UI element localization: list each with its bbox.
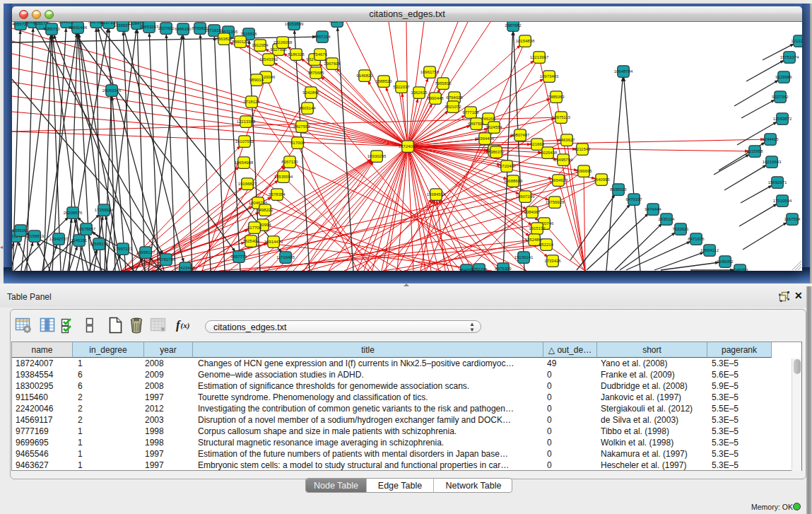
svg-text:10648784: 10648784 (614, 69, 633, 74)
svg-text:9211543: 9211543 (575, 147, 592, 151)
svg-text:15720407: 15720407 (498, 164, 517, 168)
svg-text:15495794: 15495794 (554, 158, 573, 162)
svg-text:1527602: 1527602 (158, 26, 175, 30)
svg-text:621660: 621660 (530, 142, 545, 146)
svg-text:1498222: 1498222 (257, 208, 273, 212)
svg-text:17957223: 17957223 (114, 247, 133, 251)
svg-text:3215958: 3215958 (746, 149, 763, 153)
svg-text:2967608: 2967608 (324, 62, 341, 66)
svg-text:10653267: 10653267 (140, 25, 159, 29)
svg-text:16543392: 16543392 (259, 57, 278, 62)
svg-text:9084067: 9084067 (524, 210, 541, 214)
svg-text:746266: 746266 (481, 117, 496, 121)
svg-text:9777109: 9777109 (462, 110, 479, 115)
svg-text:10688609: 10688609 (504, 179, 523, 183)
svg-text:12213363: 12213363 (237, 119, 256, 124)
svg-text:6794028: 6794028 (446, 95, 463, 100)
svg-text:8938923: 8938923 (610, 187, 627, 192)
svg-text:10958127: 10958127 (136, 250, 155, 255)
svg-text:8111407: 8111407 (329, 22, 346, 23)
svg-text:10154838: 10154838 (516, 39, 535, 43)
svg-text:1252296: 1252296 (471, 267, 488, 271)
svg-text:7386372: 7386372 (488, 150, 505, 154)
svg-text:12093872: 12093872 (773, 117, 792, 121)
svg-text:9657771: 9657771 (230, 255, 247, 259)
svg-text:10025438: 10025438 (539, 151, 558, 155)
svg-text:8186328: 8186328 (288, 52, 305, 57)
svg-text:8427552: 8427552 (293, 124, 310, 129)
svg-text:8675309: 8675309 (495, 267, 512, 271)
svg-text:18300295: 18300295 (367, 154, 387, 158)
svg-text:7632621: 7632621 (672, 227, 689, 231)
svg-text:17010504: 17010504 (773, 199, 792, 203)
svg-text:10975857: 10975857 (77, 227, 96, 231)
svg-text:8660123: 8660123 (232, 40, 249, 44)
svg-text:917006: 917006 (290, 141, 305, 145)
svg-text:19166827: 19166827 (238, 182, 257, 186)
svg-text:20364436: 20364436 (476, 136, 495, 141)
svg-text:7663822: 7663822 (216, 37, 233, 41)
svg-text:11716485: 11716485 (276, 255, 295, 259)
svg-text:9245052: 9245052 (717, 259, 734, 264)
svg-text:15136141: 15136141 (514, 255, 534, 259)
svg-text:15692971: 15692971 (768, 180, 787, 185)
svg-text:7955812: 7955812 (435, 81, 452, 86)
svg-text:989014: 989014 (249, 78, 264, 82)
svg-text:18907249: 18907249 (516, 194, 535, 199)
svg-text:19654988: 19654988 (235, 160, 254, 165)
svg-text:(x): (x) (181, 321, 190, 330)
svg-text:1621072: 1621072 (445, 105, 461, 109)
svg-text:7857214: 7857214 (314, 35, 331, 39)
svg-text:13654923: 13654923 (549, 178, 568, 182)
svg-text:3624554: 3624554 (486, 125, 502, 129)
svg-text:16210643: 16210643 (763, 160, 782, 164)
svg-text:1244415: 1244415 (762, 137, 779, 141)
svg-text:3912954: 3912954 (252, 43, 269, 47)
svg-text:6466160: 6466160 (175, 27, 192, 31)
svg-text:1212221: 1212221 (791, 39, 802, 43)
svg-text:7515516: 7515516 (240, 32, 257, 36)
svg-text:12213967: 12213967 (530, 55, 549, 59)
svg-text:5322037: 5322037 (393, 85, 410, 89)
svg-text:10807487: 10807487 (511, 133, 530, 137)
svg-text:754676: 754676 (313, 52, 328, 57)
svg-text:16914479: 16914479 (264, 240, 283, 244)
svg-text:16961758: 16961758 (420, 70, 440, 74)
svg-text:9242848: 9242848 (302, 90, 319, 95)
svg-text:20691406: 20691406 (69, 25, 88, 30)
svg-text:5578354: 5578354 (269, 192, 286, 197)
svg-text:7625402: 7625402 (242, 239, 259, 243)
svg-text:16053809: 16053809 (285, 22, 304, 26)
svg-text:20206576: 20206576 (64, 211, 83, 215)
svg-text:952214: 952214 (539, 243, 554, 247)
svg-text:2687682: 2687682 (505, 23, 522, 28)
svg-text:1362615: 1362615 (411, 90, 428, 95)
svg-text:18724007: 18724007 (399, 144, 418, 148)
svg-text:1167534: 1167534 (784, 217, 801, 221)
svg-text:8471676: 8471676 (688, 237, 705, 241)
svg-text:9129966: 9129966 (775, 75, 792, 79)
svg-text:12942737: 12942737 (49, 237, 69, 241)
svg-text:9474444: 9474444 (645, 207, 661, 211)
svg-text:317706: 317706 (247, 226, 262, 230)
svg-text:10973403: 10973403 (540, 74, 559, 78)
svg-text:3875685: 3875685 (307, 71, 324, 75)
svg-text:10654112: 10654112 (700, 248, 719, 252)
svg-text:12975115: 12975115 (552, 115, 571, 119)
svg-text:6479197: 6479197 (625, 197, 642, 201)
svg-text:26053346: 26053346 (102, 88, 122, 93)
svg-text:8990448: 8990448 (427, 96, 444, 100)
svg-text:15751074: 15751074 (780, 55, 799, 59)
svg-text:9245093: 9245093 (731, 268, 748, 271)
svg-text:6099695: 6099695 (575, 169, 592, 173)
svg-text:10782759: 10782759 (157, 257, 176, 262)
svg-text:1395061: 1395061 (12, 228, 29, 233)
svg-text:12156819: 12156819 (25, 234, 45, 238)
svg-text:19384554: 19384554 (427, 192, 446, 197)
svg-text:2718126: 2718126 (243, 100, 260, 104)
svg-text:7485063: 7485063 (548, 95, 565, 99)
svg-text:17359924: 17359924 (95, 208, 114, 212)
svg-text:19756928: 19756928 (546, 200, 565, 204)
svg-text:1733426: 1733426 (544, 259, 561, 263)
svg-text:9055713: 9055713 (43, 27, 60, 31)
